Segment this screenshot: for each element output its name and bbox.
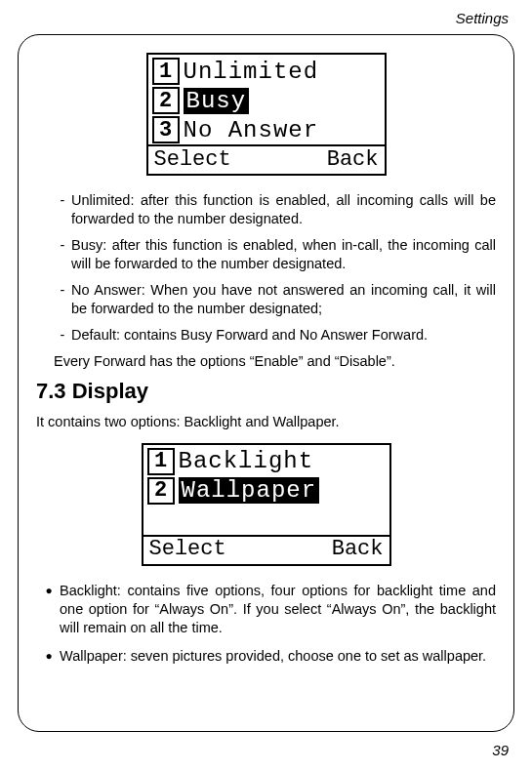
item-text: Default: contains Busy Forward and No An… — [71, 326, 496, 345]
display-descriptions: ● Backlight: contains five options, four… — [38, 582, 496, 667]
list-item: 3 No Answer — [150, 115, 383, 144]
content-frame: 1 Unlimited 2 Busy 3 No Answer Select Ba… — [18, 34, 514, 732]
forward-option-list: 1 Unlimited 2 Busy 3 No Answer — [148, 55, 385, 144]
list-item-selected: 2 Wallpaper — [145, 476, 388, 506]
page-number: 39 — [18, 742, 509, 758]
phone-screen-display: 1 Backlight 2 Wallpaper Select Back — [142, 443, 391, 566]
running-head: Settings — [18, 10, 509, 26]
softkey-bar: Select Back — [143, 535, 389, 564]
list-item: - Busy: after this function is enabled, … — [54, 236, 496, 272]
list-item: - Default: contains Busy Forward and No … — [54, 326, 496, 345]
item-text: Busy: after this function is enabled, wh… — [71, 236, 496, 272]
list-item: ● Wallpaper: seven pictures provided, ch… — [38, 647, 496, 666]
list-item: ● Backlight: contains five options, four… — [38, 582, 496, 637]
phone-screen-forward: 1 Unlimited 2 Busy 3 No Answer Select Ba… — [146, 53, 387, 176]
section-title: Display — [72, 379, 148, 403]
softkey-right: Back — [332, 537, 384, 561]
item-text: Wallpaper: seven pictures provided, choo… — [60, 647, 496, 666]
item-label: Backlight — [175, 448, 388, 474]
item-label: No Answer — [180, 117, 383, 143]
dash-icon: - — [54, 191, 71, 227]
list-item: - No Answer: When you have not answered … — [54, 281, 496, 317]
item-number-icon: 1 — [152, 58, 180, 85]
section-number: 7.3 — [36, 379, 66, 403]
bullet-icon: ● — [38, 647, 60, 666]
list-item-selected: 2 Busy — [150, 86, 383, 115]
list-item-blank — [145, 506, 388, 535]
softkey-left: Select — [154, 147, 231, 172]
dash-icon: - — [54, 281, 71, 317]
forward-descriptions: - Unlimited: after this function is enab… — [54, 191, 496, 345]
item-number-icon: 3 — [152, 116, 180, 143]
section-heading: 7.3 Display — [36, 379, 496, 404]
section-intro: It contains two options: Backlight and W… — [36, 414, 496, 429]
display-option-list: 1 Backlight 2 Wallpaper — [143, 445, 389, 535]
item-number-icon: 1 — [147, 448, 175, 475]
item-label: Busy — [180, 88, 383, 114]
item-text: Backlight: contains five options, four o… — [60, 582, 496, 637]
softkey-left: Select — [149, 537, 226, 561]
bullet-icon: ● — [38, 582, 60, 637]
item-text: Unlimited: after this function is enable… — [71, 191, 496, 227]
softkey-bar: Select Back — [148, 144, 385, 174]
item-label: Wallpaper — [175, 477, 388, 504]
item-number-icon: 2 — [147, 477, 175, 505]
softkey-right: Back — [327, 147, 379, 172]
item-number-icon: 2 — [152, 87, 180, 114]
list-item: 1 Backlight — [145, 447, 388, 476]
item-label: Unlimited — [180, 59, 383, 85]
every-forward-note: Every Forward has the options “Enable” a… — [54, 353, 496, 369]
dash-icon: - — [54, 326, 71, 345]
list-item: 1 Unlimited — [150, 57, 383, 86]
item-text: No Answer: When you have not answered an… — [71, 281, 496, 317]
list-item: - Unlimited: after this function is enab… — [54, 191, 496, 227]
dash-icon: - — [54, 236, 71, 272]
page: Settings 1 Unlimited 2 Busy 3 No Answer … — [0, 0, 532, 771]
